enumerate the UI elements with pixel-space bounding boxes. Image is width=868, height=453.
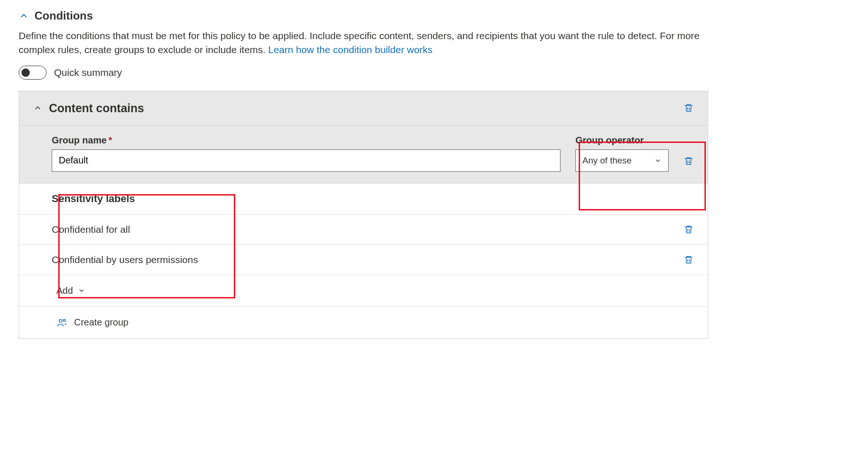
group-name-label: Group name*: [52, 135, 560, 146]
content-contains-card: Content contains Group name* Group opera…: [19, 91, 708, 339]
card-header-left[interactable]: Content contains: [33, 101, 144, 115]
add-label: Add: [56, 285, 73, 296]
people-plus-icon: [56, 317, 68, 328]
delete-item-button[interactable]: [683, 224, 694, 235]
quick-summary-label: Quick summary: [54, 67, 122, 78]
label-item-text: Confidential by users permissions: [52, 254, 198, 265]
list-item: Confidential for all: [19, 215, 708, 245]
group-name-block: Group name*: [52, 135, 560, 172]
label-item-text: Confidential for all: [52, 224, 130, 235]
create-group-label: Create group: [74, 317, 129, 328]
conditions-description: Define the conditions that must be met f…: [19, 29, 708, 57]
quick-summary-row: Quick summary: [19, 66, 708, 80]
group-name-input[interactable]: [52, 149, 560, 172]
conditions-panel: Conditions Define the conditions that mu…: [19, 9, 708, 339]
conditions-title: Conditions: [34, 9, 93, 22]
list-item: Confidential by users permissions: [19, 245, 708, 275]
toggle-knob: [21, 68, 30, 77]
conditions-header[interactable]: Conditions: [19, 9, 708, 22]
svg-point-0: [59, 319, 62, 322]
chevron-up-icon: [33, 103, 42, 113]
chevron-up-icon: [19, 11, 29, 21]
chevron-down-icon: [78, 287, 85, 294]
card-title: Content contains: [49, 101, 144, 115]
required-indicator: *: [109, 135, 112, 145]
group-operator-value: Any of these: [582, 156, 632, 166]
quick-summary-toggle[interactable]: [19, 66, 47, 80]
group-config-row: Group name* Group operator Any of these: [19, 126, 708, 183]
group-operator-label: Group operator: [575, 135, 669, 146]
sensitivity-labels-title: Sensitivity labels: [52, 193, 135, 204]
svg-point-1: [63, 319, 65, 321]
sensitivity-labels-header: Sensitivity labels: [19, 183, 708, 215]
card-header: Content contains: [19, 91, 708, 126]
group-operator-dropdown[interactable]: Any of these: [575, 149, 669, 172]
add-button[interactable]: Add: [19, 275, 708, 307]
delete-condition-button[interactable]: [683, 103, 694, 113]
learn-more-link[interactable]: Learn how the condition builder works: [268, 44, 433, 55]
delete-group-button[interactable]: [683, 156, 694, 172]
group-operator-block: Group operator Any of these: [575, 135, 669, 172]
create-group-button[interactable]: Create group: [19, 307, 708, 338]
delete-item-button[interactable]: [683, 255, 694, 265]
chevron-down-icon: [654, 157, 662, 164]
